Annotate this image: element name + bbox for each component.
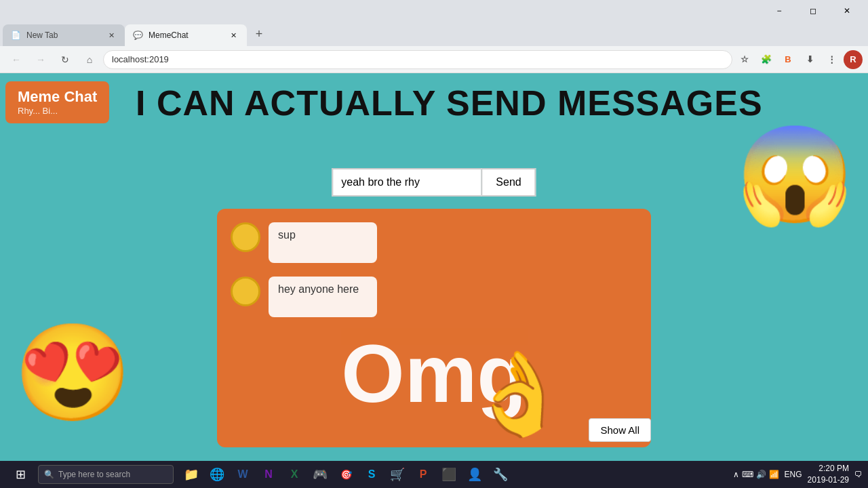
meme-chat-button[interactable]: Meme Chat Rhy... Bi... <box>5 81 109 123</box>
keyboard-icon[interactable]: ⌨ <box>742 470 753 479</box>
volume-icon[interactable]: 🔊 <box>756 470 766 479</box>
taskbar-app-tool[interactable]: 🔧 <box>488 462 513 487</box>
browser-chrome: − ◻ ✕ 📄 New Tab ✕ 💬 MemeChat ✕ + ← → ↻ ⌂… <box>0 0 868 73</box>
settings-icon[interactable]: ⋮ <box>822 50 841 69</box>
taskbar-app-skype[interactable]: S <box>359 462 384 487</box>
page-content: Meme Chat Rhy... Bi... I CAN ACTUALLY SE… <box>0 73 868 461</box>
chat-message-1: sup <box>231 222 637 263</box>
taskbar-app-game1[interactable]: 🎮 <box>308 462 332 487</box>
search-icon: 🔍 <box>44 470 54 479</box>
omg-text: Omg <box>341 327 526 420</box>
home-button[interactable]: ⌂ <box>79 49 100 70</box>
back-button[interactable]: ← <box>5 49 27 70</box>
tab-favicon-memechat: 💬 <box>133 30 143 40</box>
tab-bar: 📄 New Tab ✕ 💬 MemeChat ✕ + <box>0 22 868 46</box>
nav-bar: ← → ↻ ⌂ localhost:2019 ☆ 🧩 B ⬇ ⋮ R <box>0 46 868 73</box>
show-all-button[interactable]: Show All <box>589 418 651 442</box>
avatar-1 <box>231 222 260 252</box>
nav-icons-right: ☆ 🧩 B ⬇ ⋮ R <box>735 50 863 69</box>
bookmark-icon[interactable]: ☆ <box>735 50 754 69</box>
start-button[interactable]: ⊞ <box>5 462 35 487</box>
network-icon[interactable]: 📶 <box>769 470 779 479</box>
message-text-1: sup <box>278 229 296 241</box>
input-area: Send <box>332 168 536 197</box>
app-name: Meme Chat <box>18 88 97 106</box>
address-text: localhost:2019 <box>112 54 169 64</box>
main-heading: I CAN ACTUALLY SEND MESSAGES <box>136 85 868 121</box>
minimize-button[interactable]: − <box>764 0 795 22</box>
taskbar-app-chrome[interactable]: 🌐 <box>205 462 229 487</box>
forward-button[interactable]: → <box>30 49 52 70</box>
brave-icon[interactable]: B <box>778 50 797 69</box>
reload-button[interactable]: ↻ <box>54 49 76 70</box>
address-bar[interactable]: localhost:2019 <box>103 50 732 69</box>
chat-panel: sup hey anyone here Omg 👌 Show All <box>217 209 651 447</box>
tab-newtab[interactable]: 📄 New Tab ✕ <box>3 24 125 46</box>
message-text-2: hey anyone here <box>278 283 359 296</box>
tab-label: New Tab <box>26 30 58 40</box>
tab-close-newtab[interactable]: ✕ <box>106 30 117 41</box>
message-bubble-2: hey anyone here <box>269 277 377 317</box>
date-display: 2019-01-29 <box>808 474 849 486</box>
language-indicator: ENG <box>785 470 802 479</box>
chat-message-2: hey anyone here <box>231 277 637 317</box>
shocked-emoji: 😱 <box>736 127 854 222</box>
taskbar-sys-icons: ∧ ⌨ 🔊 📶 <box>733 470 779 479</box>
new-tab-button[interactable]: + <box>250 24 269 43</box>
taskbar-app-unity[interactable]: 🎯 <box>334 462 358 487</box>
taskbar-apps: 📁 🌐 W N X 🎮 🎯 S 🛒 P ⬛ 👤 🔧 <box>179 462 513 487</box>
chevron-up-icon[interactable]: ∧ <box>733 470 739 479</box>
taskbar-app-excel[interactable]: X <box>282 462 307 487</box>
taskbar: ⊞ 🔍 Type here to search 📁 🌐 W N X 🎮 🎯 S … <box>0 461 868 488</box>
tab-close-memechat[interactable]: ✕ <box>228 30 239 41</box>
taskbar-app-onenote[interactable]: N <box>256 462 281 487</box>
send-button[interactable]: Send <box>481 168 536 197</box>
taskbar-app-terminal[interactable]: ⬛ <box>437 462 461 487</box>
taskbar-search[interactable]: 🔍 Type here to search <box>38 465 174 484</box>
taskbar-right: ∧ ⌨ 🔊 📶 ENG 2:20 PM 2019-01-29 🗨 <box>733 463 863 486</box>
maximize-button[interactable]: ◻ <box>797 0 829 22</box>
avatar-2 <box>231 277 260 306</box>
taskbar-app-person[interactable]: 👤 <box>462 462 487 487</box>
message-input[interactable] <box>332 168 481 197</box>
notification-icon[interactable]: 🗨 <box>854 470 863 479</box>
window-controls: − ◻ ✕ <box>764 0 863 22</box>
download-icon[interactable]: ⬇ <box>800 50 819 69</box>
extension-icon[interactable]: 🧩 <box>757 50 776 69</box>
taskbar-clock: 2:20 PM 2019-01-29 <box>808 463 849 486</box>
taskbar-app-file[interactable]: 📁 <box>179 462 203 487</box>
hearts-emoji: 😍 <box>14 325 132 420</box>
taskbar-app-store[interactable]: 🛒 <box>385 462 410 487</box>
title-bar: − ◻ ✕ <box>0 0 868 22</box>
taskbar-app-powerpoint[interactable]: P <box>411 462 435 487</box>
close-button[interactable]: ✕ <box>831 0 863 22</box>
time-display: 2:20 PM <box>808 463 849 474</box>
taskbar-app-word[interactable]: W <box>231 462 255 487</box>
app-sub: Rhy... Bi... <box>18 106 97 117</box>
tab-memechat[interactable]: 💬 MemeChat ✕ <box>125 24 247 46</box>
tab-label-memechat: MemeChat <box>149 30 189 40</box>
tab-favicon: 📄 <box>11 30 21 40</box>
search-placeholder: Type here to search <box>58 470 130 479</box>
message-bubble-1: sup <box>269 222 377 263</box>
profile-icon[interactable]: R <box>844 50 863 69</box>
